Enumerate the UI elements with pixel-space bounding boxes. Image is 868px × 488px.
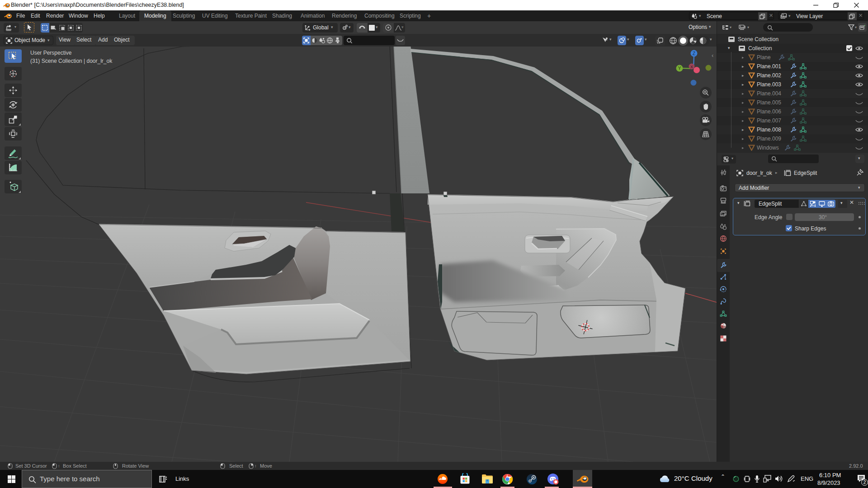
svg-text:Y: Y <box>678 66 681 71</box>
svg-text:X: X <box>690 65 693 69</box>
svg-text:Z: Z <box>693 51 695 56</box>
